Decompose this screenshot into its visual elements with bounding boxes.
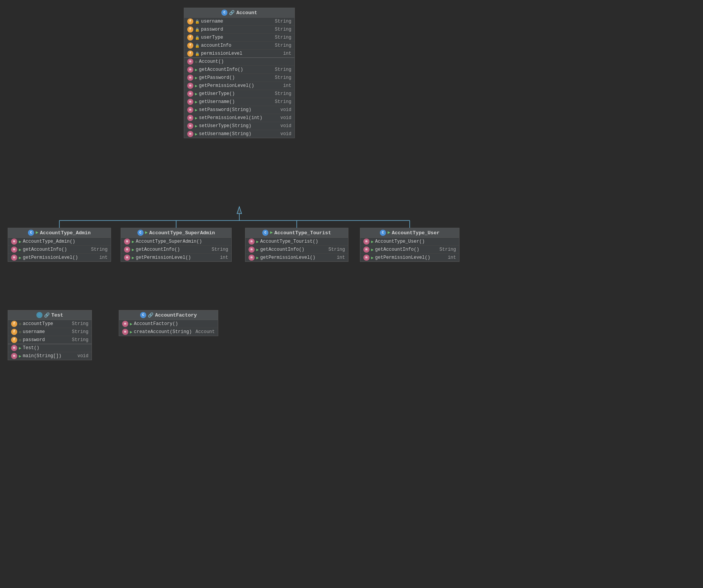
member-type: void bbox=[280, 131, 291, 137]
member-name: AccountType_Tourist() bbox=[260, 239, 318, 244]
test-methods: m►Test()m►main(String[])void bbox=[8, 344, 92, 360]
class-icon-c: C bbox=[221, 10, 227, 16]
member-name: password bbox=[23, 337, 45, 343]
member-icon: m bbox=[249, 247, 255, 253]
member-name: setPermissionLevel(int) bbox=[199, 115, 263, 121]
member-type: String bbox=[329, 247, 345, 252]
access-icon-header: 🔗 bbox=[229, 10, 235, 16]
member-type: int bbox=[220, 255, 228, 260]
uml-row: m►setPassword(String)void bbox=[184, 106, 294, 114]
account-header: C 🔗 Account bbox=[184, 8, 294, 18]
member-name: setUsername(String) bbox=[199, 131, 252, 137]
uml-row: m►AccountType_User() bbox=[360, 238, 459, 246]
member-type: void bbox=[280, 123, 291, 129]
member-name: Account() bbox=[199, 59, 224, 64]
account-methods: m○Account()m►getAccountInfo()Stringm►get… bbox=[184, 58, 294, 138]
member-icon: m bbox=[187, 115, 193, 121]
uml-row: m►getPermissionLevel()int bbox=[245, 254, 348, 261]
member-icon: m bbox=[11, 247, 17, 253]
account-title: Account bbox=[236, 10, 257, 16]
member-icon: m bbox=[363, 247, 369, 253]
subclass-header-superadmin: C ► AccountType_SuperAdmin bbox=[121, 228, 231, 238]
member-name: main(String[]) bbox=[23, 353, 62, 359]
subclass-icon: C bbox=[380, 230, 386, 236]
member-name: createAccount(String) bbox=[134, 329, 192, 335]
uml-row: m►createAccount(String)Account bbox=[119, 328, 218, 336]
uml-row: m►getPermissionLevel()int bbox=[8, 254, 111, 261]
member-icon: m bbox=[249, 238, 255, 245]
member-type: String bbox=[275, 19, 291, 24]
member-name: AccountType_SuperAdmin() bbox=[136, 239, 202, 244]
member-type: Account bbox=[196, 329, 215, 335]
member-icon: f bbox=[11, 321, 17, 327]
member-name: username bbox=[201, 19, 223, 24]
member-name: getPermissionLevel() bbox=[23, 255, 78, 260]
uml-row: f🔒accountInfoString bbox=[184, 42, 294, 50]
uml-row: m►getUserType()String bbox=[184, 90, 294, 98]
factory-class-icon: C bbox=[140, 312, 146, 318]
subclass-user: C ► AccountType_User m►AccountType_User(… bbox=[360, 228, 459, 262]
member-icon: m bbox=[124, 238, 130, 245]
subclass-icon: C bbox=[28, 230, 34, 236]
uml-row: m►AccountType_Admin() bbox=[8, 238, 111, 246]
member-type: String bbox=[440, 247, 456, 252]
member-name: getPermissionLevel() bbox=[199, 83, 254, 88]
factory-title: AccountFactory bbox=[155, 312, 197, 318]
member-name: getAccountInfo() bbox=[136, 247, 180, 252]
member-icon: f bbox=[187, 18, 193, 24]
subclass-header-user: C ► AccountType_User bbox=[360, 228, 459, 238]
member-name: AccountType_User() bbox=[375, 239, 425, 244]
member-icon: m bbox=[187, 99, 193, 105]
uml-row: m►main(String[])void bbox=[8, 352, 92, 360]
member-type: void bbox=[77, 353, 88, 359]
member-icon: m bbox=[187, 67, 193, 73]
member-name: getPermissionLevel() bbox=[136, 255, 191, 260]
member-icon: m bbox=[363, 238, 369, 245]
uml-row: f○accountTypeString bbox=[8, 320, 92, 328]
uml-row: m►AccountFactory() bbox=[119, 320, 218, 328]
member-name: password bbox=[201, 27, 223, 32]
member-name: accountInfo bbox=[201, 43, 231, 48]
uml-row: m►AccountType_Tourist() bbox=[245, 238, 348, 246]
member-type: void bbox=[280, 107, 291, 113]
subclass-methods-superadmin: m►AccountType_SuperAdmin()m►getAccountIn… bbox=[121, 238, 231, 261]
member-name: getAccountInfo() bbox=[199, 67, 243, 72]
member-icon: f bbox=[187, 42, 193, 49]
member-icon: m bbox=[187, 91, 193, 97]
diagram-container: C 🔗 Account f🔒usernameStringf🔒passwordSt… bbox=[0, 0, 703, 588]
uml-row: f🔒passwordString bbox=[184, 26, 294, 34]
member-name: setPassword(String) bbox=[199, 107, 252, 113]
member-type: String bbox=[275, 27, 291, 32]
uml-row: m►getUsername()String bbox=[184, 98, 294, 106]
uml-row: m►getPassword()String bbox=[184, 74, 294, 82]
member-name: getPassword() bbox=[199, 75, 235, 80]
member-name: getAccountInfo() bbox=[375, 247, 419, 252]
factory-methods: m►AccountFactory()m►createAccount(String… bbox=[119, 320, 218, 336]
svg-marker-6 bbox=[237, 207, 242, 214]
subclass-header-admin: C ► AccountType_Admin bbox=[8, 228, 111, 238]
member-name: Test() bbox=[23, 345, 39, 351]
member-type: void bbox=[280, 115, 291, 121]
member-type: String bbox=[72, 329, 88, 335]
member-icon: f bbox=[187, 26, 193, 33]
member-icon: m bbox=[187, 75, 193, 81]
member-type: String bbox=[275, 99, 291, 105]
member-icon: m bbox=[124, 255, 130, 261]
member-name: username bbox=[23, 329, 45, 335]
member-type: int bbox=[337, 255, 345, 260]
member-icon: m bbox=[187, 131, 193, 137]
subclass-icon: C bbox=[137, 230, 144, 236]
member-name: accountType bbox=[23, 321, 53, 327]
member-type: String bbox=[275, 67, 291, 72]
member-name: getUsername() bbox=[199, 99, 235, 105]
connector-lines bbox=[0, 0, 703, 588]
uml-row: m►getPermissionLevel()int bbox=[360, 254, 459, 261]
member-icon: m bbox=[11, 255, 17, 261]
uml-row: f○usernameString bbox=[8, 328, 92, 336]
member-name: getPermissionLevel() bbox=[375, 255, 430, 260]
factory-class: C 🔗 AccountFactory m►AccountFactory()m►c… bbox=[119, 310, 218, 336]
member-icon: f bbox=[187, 34, 193, 41]
member-icon: m bbox=[11, 353, 17, 359]
uml-row: f🔒usernameString bbox=[184, 18, 294, 26]
test-title: Test bbox=[51, 312, 63, 318]
